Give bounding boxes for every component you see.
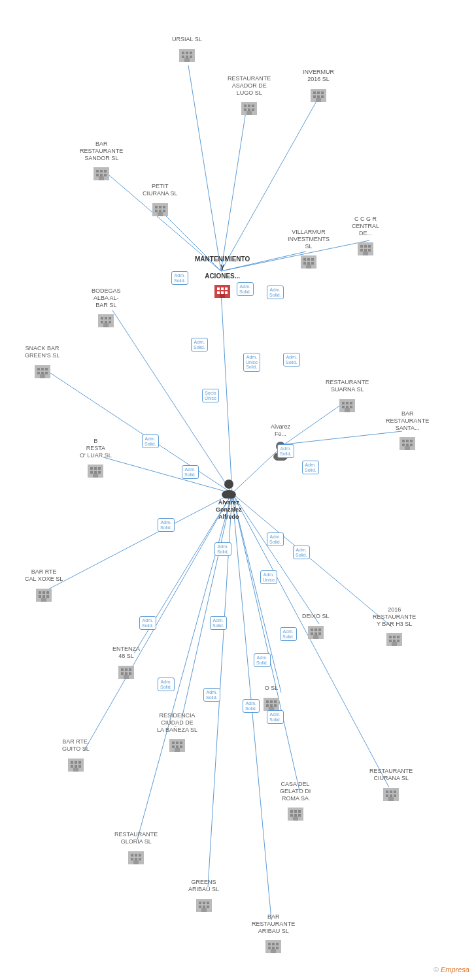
svg-line-2	[188, 65, 221, 271]
node-restaurante-gloria[interactable]: RESTAURANTEGLORIA SL	[114, 831, 158, 866]
svg-rect-77	[311, 258, 314, 261]
svg-rect-148	[129, 672, 131, 675]
node-residencia-ciudad[interactable]: RESIDENCIACIUDAD DELA BAÑEZA SL	[157, 712, 197, 754]
svg-line-10	[44, 369, 232, 493]
svg-line-14	[44, 493, 232, 591]
label-restaurante-gloria: RESTAURANTEGLORIA SL	[114, 831, 158, 845]
svg-rect-52	[100, 170, 103, 172]
svg-line-12	[284, 431, 402, 444]
svg-rect-124	[94, 467, 97, 470]
building-icon-b-resta-oluar	[86, 460, 105, 480]
svg-rect-60	[159, 206, 162, 208]
svg-rect-226	[268, 947, 271, 949]
svg-rect-39	[248, 108, 250, 111]
node-snack-bar-greens[interactable]: SNACK BARGREEN'S SL	[25, 345, 60, 380]
node-invermur[interactable]: INVERMUR2016 SL	[303, 69, 334, 104]
svg-rect-143	[121, 668, 124, 671]
badge-adm-solid-21: Adm.Solid.	[267, 710, 284, 724]
svg-rect-38	[244, 108, 246, 111]
svg-rect-87	[221, 291, 224, 294]
node-b-resta-oluar[interactable]: BRESTAO' LUAR SL	[80, 438, 112, 480]
node-restaurante-asador[interactable]: RESTAURANTEASADOR DELUGO SL	[228, 75, 271, 117]
label-villarmur: VILLARMURINVESTMENTSSL	[288, 229, 330, 250]
svg-rect-204	[394, 794, 396, 797]
node-deixo[interactable]: DEIXO SL	[302, 613, 330, 641]
building-icon-restaurante-ciurana	[381, 783, 401, 803]
svg-rect-102	[37, 372, 40, 374]
label-o-sl: O SL	[265, 685, 279, 692]
svg-rect-147	[125, 672, 128, 675]
svg-rect-136	[42, 591, 45, 594]
node-casa-gelato[interactable]: CASA DELGELATO DIROMA SA	[280, 781, 311, 823]
node-petit-ciurana[interactable]: PETITCIURANA SL	[143, 183, 178, 218]
node-bar-rte-guito[interactable]: BAR RTE.GUITO SL	[62, 738, 90, 774]
svg-rect-110	[342, 406, 345, 408]
badge-adm-solid-18: Adm.Solid.	[158, 678, 175, 691]
label-casa-gelato: CASA DELGELATO DIROMA SA	[280, 781, 311, 802]
svg-rect-179	[270, 704, 273, 707]
svg-rect-191	[290, 810, 293, 813]
badge-adm-solid-6: Adm.Solid.	[142, 434, 159, 448]
node-restaurante-ciurana[interactable]: RESTAURANTECIURANA SL	[369, 768, 413, 803]
svg-rect-199	[386, 791, 388, 793]
node-bodegas-alba[interactable]: BODEGASALBA AL-BAR SL	[92, 287, 121, 329]
building-icon-restaurante-suarna	[337, 395, 357, 414]
svg-rect-180	[274, 704, 277, 707]
node-rest-bar-h3[interactable]: 2016RESTAURANTEY BAR H3 SL	[373, 606, 416, 648]
svg-rect-119	[406, 444, 409, 446]
svg-rect-91	[101, 317, 103, 319]
svg-rect-171	[176, 745, 178, 748]
node-bar-rest-aribau[interactable]: BARRESTAURANTEARIBAU SL	[252, 913, 295, 955]
node-entenza-48[interactable]: ENTENZA48 SL	[112, 645, 140, 681]
node-ursial[interactable]: URSIAL SL	[172, 36, 202, 64]
svg-rect-221	[201, 908, 207, 912]
svg-rect-96	[109, 321, 111, 323]
svg-rect-173	[175, 748, 180, 752]
svg-rect-69	[368, 245, 371, 248]
svg-rect-104	[45, 372, 48, 374]
svg-rect-56	[104, 174, 107, 176]
node-bar-rest-sandor[interactable]: BARRESTAURANTESANDOR SL	[80, 140, 123, 182]
node-greens-aribau[interactable]: GREENSARIBAU SL	[188, 879, 219, 914]
building-icon-rest-bar-h3	[384, 629, 404, 648]
svg-rect-192	[294, 810, 297, 813]
svg-rect-164	[397, 640, 400, 642]
svg-line-18	[182, 493, 232, 719]
svg-rect-100	[41, 368, 44, 370]
svg-rect-93	[109, 317, 111, 319]
building-icon-ursial	[177, 44, 197, 64]
node-bar-rest-santa[interactable]: BARRESTAURANTESANTA...	[386, 410, 429, 452]
node-ccgr-central[interactable]: C C G RCENTRALDE...	[352, 216, 379, 257]
node-bar-rte-cal-xoxe[interactable]: BAR RTECAL XOXE SL	[25, 568, 63, 604]
svg-rect-227	[272, 947, 275, 949]
label-bar-rte-cal-xoxe: BAR RTECAL XOXE SL	[25, 568, 63, 583]
node-o-sl[interactable]: O SL	[262, 685, 281, 713]
label-residencia-ciudad: RESIDENCIACIUDAD DELA BAÑEZA SL	[157, 712, 197, 733]
badge-adm-solid-17: Adm.Solid.	[254, 653, 271, 667]
svg-rect-99	[37, 368, 40, 370]
badge-adm-solid-11: Adm.Solid.	[214, 542, 231, 556]
node-central-person[interactable]: AlvarezGonzalezAlfredo	[216, 477, 242, 521]
svg-rect-157	[313, 635, 318, 639]
svg-rect-178	[266, 704, 269, 707]
svg-rect-95	[105, 321, 107, 323]
svg-rect-210	[131, 858, 133, 860]
svg-rect-160	[393, 636, 396, 638]
node-restaurante-suarna[interactable]: RESTAURANTESUARNA SL	[326, 379, 369, 414]
svg-rect-97	[103, 323, 109, 327]
svg-rect-53	[104, 170, 107, 172]
badge-adm-solid-1: Adm.Solid.	[171, 271, 188, 285]
svg-rect-61	[163, 206, 165, 208]
badge-adm-solid-9: Adm.Solid.	[302, 461, 319, 474]
svg-rect-33	[184, 58, 190, 62]
node-villarmur[interactable]: VILLARMURINVESTMENTSSL	[288, 229, 330, 270]
label-rest-bar-h3: 2016RESTAURANTEY BAR H3 SL	[373, 606, 416, 627]
building-icon-residencia-ciudad	[167, 734, 187, 754]
svg-rect-216	[203, 902, 205, 904]
svg-rect-141	[41, 598, 46, 602]
svg-rect-145	[129, 668, 131, 671]
badge-adm-solid-7: Adm.Solid.	[182, 465, 199, 479]
svg-rect-193	[298, 810, 301, 813]
label-bar-rest-sandor: BARRESTAURANTESANDOR SL	[80, 140, 123, 161]
svg-rect-32	[190, 56, 192, 58]
